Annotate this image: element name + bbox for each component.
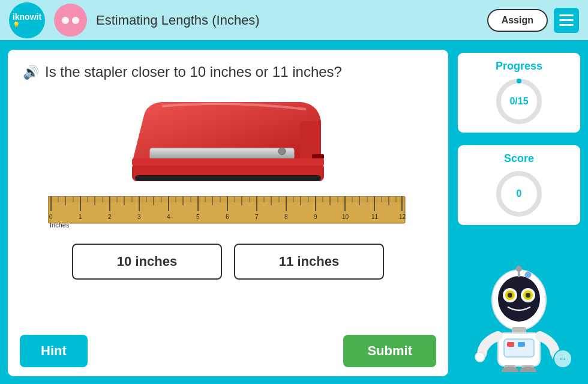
side-panel: Progress 0/15 Score 0 <box>456 48 582 378</box>
submit-button[interactable]: Submit <box>343 335 436 367</box>
progress-value: 0/15 <box>509 96 528 107</box>
assign-button[interactable]: Assign <box>487 9 548 32</box>
svg-rect-90 <box>518 342 525 347</box>
score-value: 0 <box>517 188 522 199</box>
ham-line-1 <box>559 14 574 16</box>
svg-text:3: 3 <box>137 214 141 220</box>
next-arrow-button[interactable]: ↔ <box>553 349 572 368</box>
svg-point-81 <box>508 293 512 298</box>
svg-rect-89 <box>507 342 514 347</box>
svg-rect-5 <box>132 158 324 166</box>
svg-point-85 <box>525 272 531 278</box>
logo-bulb: 💡 <box>13 22 41 28</box>
robot-mascot <box>471 264 567 372</box>
progress-card: Progress 0/15 <box>456 51 582 134</box>
pink-dot-1 <box>62 17 69 24</box>
svg-text:4: 4 <box>167 214 170 220</box>
svg-text:Inches: Inches <box>50 221 70 229</box>
stapler-image <box>114 91 342 187</box>
svg-text:6: 6 <box>226 214 229 220</box>
svg-text:12: 12 <box>399 214 406 220</box>
svg-rect-1 <box>150 148 294 159</box>
ham-line-3 <box>559 24 574 26</box>
ruler-svg: 0 1 2 3 <box>48 196 408 229</box>
header: iknowit 💡 Estimating Lengths (Inches) As… <box>0 0 588 42</box>
main-area: 🔊 Is the stapler closer to 10 inches or … <box>0 42 588 384</box>
menu-button[interactable] <box>554 8 579 33</box>
svg-text:7: 7 <box>255 214 259 220</box>
answer-button-10-inches[interactable]: 10 inches <box>72 244 222 280</box>
svg-text:0: 0 <box>49 214 53 220</box>
ruler-container: 0 1 2 3 <box>48 196 408 232</box>
svg-point-82 <box>526 293 530 298</box>
svg-text:9: 9 <box>314 214 317 220</box>
logo-text: iknowit <box>13 12 41 22</box>
pink-dot-2 <box>72 17 79 24</box>
question-text: Is the stapler closer to 10 inches or 11… <box>45 62 342 82</box>
progress-circle: 0/15 <box>495 77 543 125</box>
stapler-area <box>23 91 433 187</box>
ham-line-2 <box>559 19 574 21</box>
svg-text:11: 11 <box>371 214 379 220</box>
progress-title: Progress <box>496 60 542 73</box>
svg-text:1: 1 <box>79 214 82 220</box>
svg-text:5: 5 <box>196 214 200 220</box>
question-text-area: 🔊 Is the stapler closer to 10 inches or … <box>23 62 433 82</box>
svg-text:2: 2 <box>108 214 112 220</box>
svg-point-91 <box>475 352 485 362</box>
score-card: Score 0 <box>456 143 582 227</box>
logo: iknowit 💡 <box>9 2 45 38</box>
pink-dots <box>62 17 79 24</box>
hint-button[interactable]: Hint <box>20 335 88 367</box>
svg-text:10: 10 <box>342 214 349 220</box>
decorative-circle <box>54 4 87 37</box>
svg-point-4 <box>278 148 286 155</box>
header-actions: Assign <box>487 8 579 33</box>
speaker-icon[interactable]: 🔊 <box>23 64 39 82</box>
bottom-actions: Hint Submit <box>20 335 436 367</box>
svg-rect-3 <box>312 154 324 159</box>
svg-rect-6 <box>135 175 321 181</box>
svg-text:8: 8 <box>284 214 288 220</box>
page-title: Estimating Lengths (Inches) <box>96 13 478 28</box>
svg-rect-88 <box>504 339 534 357</box>
answer-button-11-inches[interactable]: 11 inches <box>234 244 384 280</box>
score-circle: 0 <box>495 170 543 218</box>
score-title: Score <box>504 152 534 165</box>
answer-options: 10 inches 11 inches <box>23 244 433 280</box>
svg-point-84 <box>516 266 522 272</box>
question-panel: 🔊 Is the stapler closer to 10 inches or … <box>6 48 450 378</box>
